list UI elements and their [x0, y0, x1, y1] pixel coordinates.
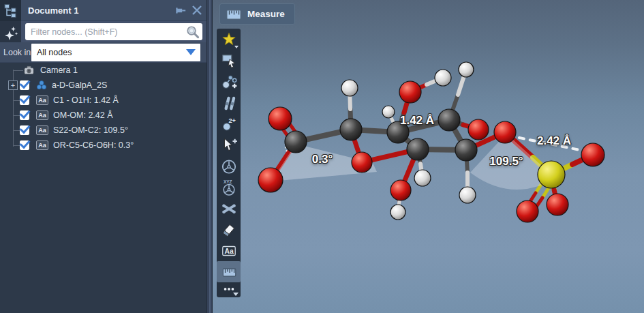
filter-row: [21, 21, 206, 42]
look-in-value: All nodes: [31, 48, 186, 57]
panel-title: Document 1: [21, 5, 172, 16]
viewport-toolbar: 2+: [217, 29, 241, 297]
formal-charge-icon: 2+: [220, 115, 238, 133]
close-icon: [191, 4, 203, 16]
tree-item-molecule[interactable]: + a-D-GalpA_2S: [0, 78, 206, 93]
tree-item-label: S22-OM-C2: 109.5°: [53, 125, 128, 135]
pin-icon: [173, 3, 187, 17]
ruler-icon: [226, 8, 242, 21]
text-annotation-icon: Aa: [220, 242, 238, 260]
molecule-icon: [35, 79, 48, 91]
chevron-down-icon: [234, 46, 239, 48]
svg-text:Aa: Aa: [224, 247, 233, 254]
expand-plus-button[interactable]: +: [8, 80, 18, 90]
svg-text:2+: 2+: [228, 117, 235, 123]
tool-more-options-button[interactable]: [217, 282, 241, 297]
node-tree: Camera 1 + a-D-GalpA_2S: [0, 63, 206, 313]
sketch-atoms-icon: [220, 73, 238, 91]
tool-bond-button[interactable]: [217, 92, 241, 113]
annotation-icon: Aa: [36, 125, 48, 135]
tool-annotation-button[interactable]: Aa: [217, 240, 241, 261]
chevron-down-icon: [186, 49, 196, 55]
visibility-checkbox[interactable]: [20, 125, 29, 135]
tree-item-label: C1 - O1H: 1.42 Å: [53, 95, 119, 105]
bond-distance-label[interactable]: 1.42 Å: [400, 114, 434, 128]
bond-angle-label[interactable]: 109.5°: [489, 155, 523, 168]
tool-torsion-button[interactable]: [217, 198, 241, 219]
tool-favorites-button[interactable]: [217, 29, 241, 50]
tree-item-measurement[interactable]: Aa OM-OM: 2.42 Å: [0, 108, 206, 123]
hierarchy-view-button[interactable]: [0, 0, 21, 21]
tree-item-camera[interactable]: Camera 1: [0, 63, 206, 78]
measure-tab-label: Measure: [247, 9, 285, 19]
tool-trackball-button[interactable]: [217, 155, 241, 177]
look-in-dropdown[interactable]: All nodes: [31, 44, 200, 61]
molecule-render: [213, 0, 644, 313]
trackball-icon: [220, 158, 238, 175]
tree-item-label: Camera 1: [40, 65, 78, 75]
hierarchy-panel: Document 1: [0, 0, 206, 313]
look-in-row: Look in All nodes: [0, 42, 206, 63]
select-rectangle-icon: [220, 52, 238, 70]
visibility-checkbox[interactable]: [20, 95, 29, 105]
pin-panel-button[interactable]: [172, 3, 187, 18]
tool-eraser-button[interactable]: [217, 219, 241, 240]
hierarchy-tree-icon: [3, 3, 19, 19]
measure-tab[interactable]: Measure: [219, 3, 295, 25]
torsion-icon: [220, 200, 238, 218]
panel-scrollbar[interactable]: [206, 0, 213, 313]
panel-titlebar: Document 1: [21, 0, 206, 21]
look-in-label: Look in: [0, 48, 31, 57]
annotation-icon: Aa: [36, 140, 48, 150]
trackball-xyz-icon: XYZ: [220, 179, 238, 196]
sparkles-icon: [3, 25, 19, 43]
annotation-icon: Aa: [36, 110, 48, 120]
tool-transform-button[interactable]: [217, 134, 241, 155]
svg-text:XYZ: XYZ: [223, 179, 232, 184]
close-panel-button[interactable]: [189, 3, 204, 18]
tree-item-measurement[interactable]: Aa S22-OM-C2: 109.5°: [0, 123, 206, 138]
visibility-checkbox[interactable]: [20, 80, 29, 90]
tree-item-measurement[interactable]: Aa C1 - O1H: 1.42 Å: [0, 93, 206, 108]
tool-charge-button[interactable]: 2+: [217, 113, 241, 134]
tool-trackball-xyz-button[interactable]: XYZ: [217, 177, 241, 198]
bond-sticks-icon: [220, 94, 238, 112]
tree-item-label: a-D-GalpA_2S: [52, 80, 107, 90]
camera-icon: [22, 65, 35, 76]
eraser-icon: [220, 221, 238, 239]
dihedral-angle-label[interactable]: 0.3°: [312, 153, 333, 166]
tree-item-label: OR-C5-C6-O6H: 0.3°: [53, 140, 134, 150]
visibility-checkbox[interactable]: [20, 110, 29, 120]
search-icon: [185, 25, 200, 42]
tool-sketch-button[interactable]: [217, 71, 241, 92]
measure-ruler-icon: [220, 263, 238, 281]
tree-item-label: OM-OM: 2.42 Å: [53, 110, 113, 120]
tool-measure-button[interactable]: [217, 261, 241, 282]
tree-item-measurement[interactable]: Aa OR-C5-C6-O6H: 0.3°: [0, 138, 206, 153]
annotation-icon: Aa: [36, 95, 48, 105]
application-window: Document 1: [0, 0, 644, 313]
chevron-down-icon: [233, 293, 239, 296]
tool-select-button[interactable]: [217, 50, 241, 71]
molecule-3d-viewport[interactable]: 0.3° 1.42 Å 109.5° 2.42 Å Measure: [213, 0, 644, 313]
atom-distance-label[interactable]: 2.42 Å: [537, 134, 571, 148]
visibility-checkbox[interactable]: [20, 140, 29, 150]
transform-pointer-icon: [220, 136, 238, 154]
filter-nodes-input[interactable]: [25, 23, 202, 40]
